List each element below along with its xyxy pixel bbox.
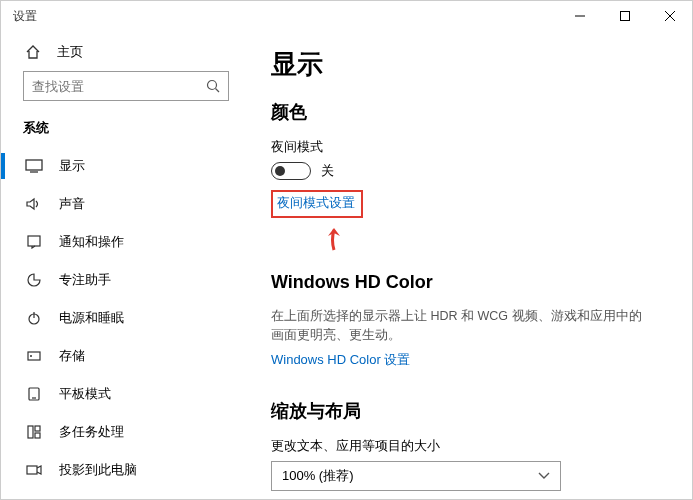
sidebar-item-tablet[interactable]: 平板模式 <box>1 375 251 413</box>
svg-rect-15 <box>28 426 33 438</box>
search-input[interactable] <box>23 71 229 101</box>
text-size-label: 更改文本、应用等项目的大小 <box>271 437 662 455</box>
sidebar-item-label: 声音 <box>59 195 85 213</box>
sidebar: 主页 系统 显示 声音 通知和操作 <box>1 31 251 499</box>
text-size-select[interactable]: 100% (推荐) <box>271 461 561 491</box>
sidebar-item-multitask[interactable]: 多任务处理 <box>1 413 251 451</box>
sidebar-item-label: 平板模式 <box>59 385 111 403</box>
project-icon <box>25 463 43 477</box>
page-title: 显示 <box>271 47 662 82</box>
section-scale-heading: 缩放与布局 <box>271 399 662 423</box>
sidebar-item-focus[interactable]: 专注助手 <box>1 261 251 299</box>
svg-rect-6 <box>26 160 42 170</box>
main-content: 显示 颜色 夜间模式 关 夜间模式设置 <box>251 31 692 499</box>
svg-rect-1 <box>620 12 629 21</box>
sidebar-item-label: 专注助手 <box>59 271 111 289</box>
home-link[interactable]: 主页 <box>1 35 251 71</box>
svg-rect-16 <box>35 426 40 431</box>
section-hdcolor-heading: Windows HD Color <box>271 272 662 293</box>
night-mode-settings-link[interactable]: 夜间模式设置 <box>277 194 355 212</box>
sidebar-item-power[interactable]: 电源和睡眠 <box>1 299 251 337</box>
svg-rect-11 <box>28 352 40 360</box>
svg-rect-17 <box>35 433 40 438</box>
sidebar-item-label: 显示 <box>59 157 85 175</box>
svg-rect-18 <box>27 466 37 474</box>
chevron-down-icon <box>538 472 550 480</box>
search-icon <box>206 79 220 93</box>
svg-line-5 <box>216 89 220 93</box>
night-mode-label: 夜间模式 <box>271 138 662 156</box>
section-color-heading: 颜色 <box>271 100 662 124</box>
category-label: 系统 <box>1 115 251 147</box>
sidebar-item-label: 多任务处理 <box>59 423 124 441</box>
multitask-icon <box>25 425 43 439</box>
text-size-value: 100% (推荐) <box>282 467 354 485</box>
close-button[interactable] <box>647 1 692 31</box>
sidebar-item-project[interactable]: 投影到此电脑 <box>1 451 251 489</box>
svg-point-4 <box>208 81 217 90</box>
hdcolor-description: 在上面所选择的显示器上让 HDR 和 WCG 视频、游戏和应用中的画面更明亮、更… <box>271 307 651 345</box>
sidebar-item-label: 存储 <box>59 347 85 365</box>
power-icon <box>25 311 43 325</box>
home-icon <box>25 44 41 60</box>
night-mode-toggle[interactable] <box>271 162 311 180</box>
sidebar-item-notifications[interactable]: 通知和操作 <box>1 223 251 261</box>
home-label: 主页 <box>57 43 83 61</box>
svg-point-12 <box>30 355 32 357</box>
sidebar-item-storage[interactable]: 存储 <box>1 337 251 375</box>
notification-icon <box>25 235 43 249</box>
toggle-state-text: 关 <box>321 162 334 180</box>
titlebar: 设置 <box>1 1 692 31</box>
maximize-button[interactable] <box>602 1 647 31</box>
svg-rect-8 <box>28 236 40 246</box>
sidebar-item-label: 投影到此电脑 <box>59 461 137 479</box>
sidebar-item-label: 电源和睡眠 <box>59 309 124 327</box>
search-field[interactable] <box>32 79 206 94</box>
window-title: 设置 <box>13 8 557 25</box>
minimize-button[interactable] <box>557 1 602 31</box>
sidebar-item-sound[interactable]: 声音 <box>1 185 251 223</box>
window-controls <box>557 1 692 31</box>
annotation-highlight: 夜间模式设置 <box>271 190 363 218</box>
hdcolor-settings-link[interactable]: Windows HD Color 设置 <box>271 351 410 369</box>
sound-icon <box>25 197 43 211</box>
display-icon <box>25 159 43 173</box>
tablet-icon <box>25 387 43 401</box>
sidebar-item-label: 通知和操作 <box>59 233 124 251</box>
storage-icon <box>25 349 43 363</box>
sidebar-item-display[interactable]: 显示 <box>1 147 251 185</box>
annotation-arrow <box>321 226 662 252</box>
focus-icon <box>25 273 43 287</box>
